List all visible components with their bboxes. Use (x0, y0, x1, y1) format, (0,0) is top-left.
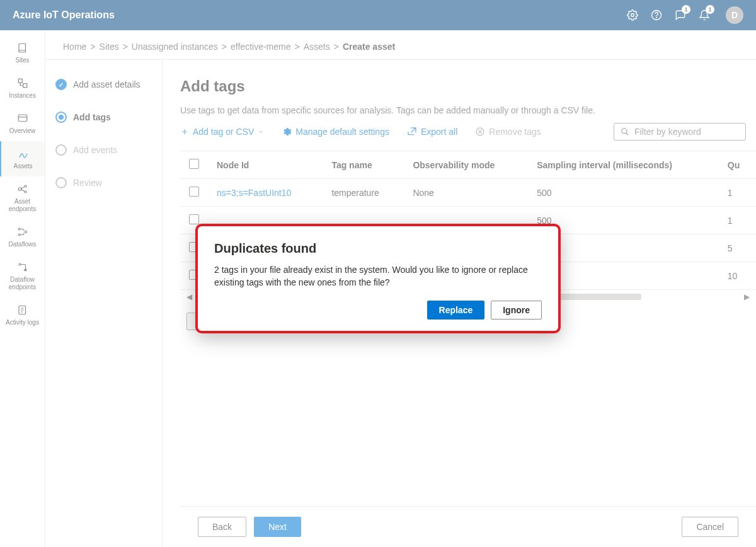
replace-button[interactable]: Replace (427, 301, 485, 320)
ignore-button[interactable]: Ignore (491, 301, 542, 320)
dialog-body: 2 tags in your file already exist in the… (214, 263, 542, 289)
dialog-title: Duplicates found (214, 241, 542, 256)
modal-overlay[interactable]: Duplicates found 2 tags in your file alr… (0, 0, 756, 547)
duplicates-dialog: Duplicates found 2 tags in your file alr… (195, 224, 561, 333)
